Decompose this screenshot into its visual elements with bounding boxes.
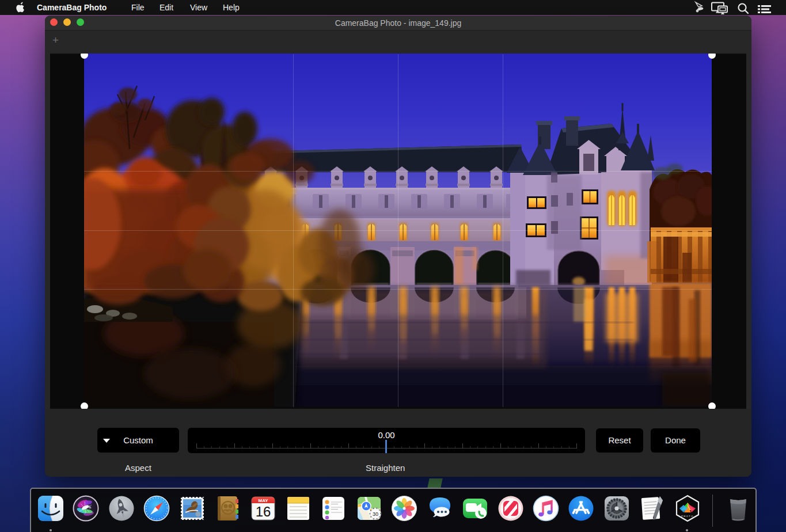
- svg-text:MAY: MAY: [258, 498, 268, 503]
- svg-text:30: 30: [373, 511, 378, 517]
- svg-text:16: 16: [256, 504, 271, 519]
- svg-text:PHOTO: PHOTO: [681, 515, 694, 518]
